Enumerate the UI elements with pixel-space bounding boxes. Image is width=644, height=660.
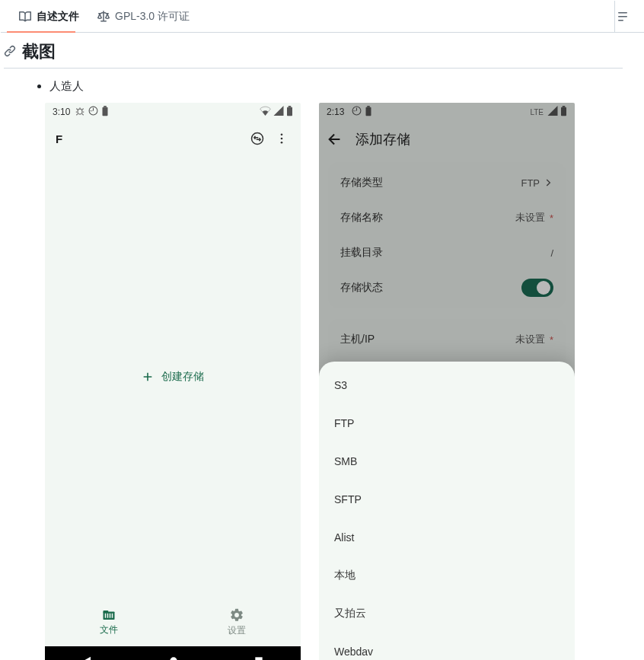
law-icon (97, 11, 110, 23)
app-logo: F (56, 132, 62, 145)
folder-icon (101, 608, 116, 622)
required-asterisk: * (550, 212, 553, 224)
bottom-nav: 文件 设置 (45, 598, 301, 646)
tab-readme[interactable]: 自述文件 (10, 1, 88, 32)
screenshot-phone-1: 3:10 F (45, 103, 301, 660)
sheet-option[interactable]: 本地 (319, 556, 575, 595)
recent-icon[interactable] (253, 655, 264, 660)
svg-rect-20 (368, 106, 371, 107)
svg-rect-22 (563, 106, 566, 107)
battery-icon (286, 106, 293, 119)
svg-rect-2 (103, 107, 108, 115)
screenshot-phone-2: 2:13 LTE 添加存储 (319, 103, 575, 660)
svg-rect-21 (561, 107, 566, 115)
sheet-option[interactable]: Webdav (319, 633, 575, 660)
page-title: 添加存储 (355, 130, 410, 148)
battery-icon (560, 106, 567, 119)
row-mount-dir[interactable]: 挂载目录 / (328, 235, 566, 270)
wifi-icon (260, 106, 271, 118)
bullet-item: 人造人 (49, 79, 623, 94)
svg-point-0 (78, 109, 82, 114)
home-icon[interactable] (167, 655, 180, 660)
svg-rect-14 (110, 613, 111, 617)
row-storage-type[interactable]: 存储类型 FTP (328, 165, 566, 200)
sheet-option[interactable]: FTP (319, 404, 575, 442)
chevron-right-icon (543, 177, 553, 188)
bottom-sheet: S3 FTP SMB SFTP Alist 本地 又拍云 Webdav Mirr… (319, 362, 575, 660)
tab-license[interactable]: GPL-3.0 许可证 (88, 1, 199, 32)
plus-icon (142, 371, 154, 383)
clock-icon (352, 106, 362, 118)
toggle-switch[interactable] (521, 279, 553, 297)
app-bar: F (45, 121, 301, 156)
svg-rect-12 (105, 613, 107, 617)
battery-icon (101, 106, 109, 119)
battery-icon (365, 106, 372, 119)
row-host[interactable]: 主机/IP 未设置* (328, 322, 566, 357)
book-icon (19, 11, 31, 23)
svg-point-7 (281, 133, 283, 136)
app-bar: 添加存储 (319, 121, 575, 158)
sheet-option[interactable]: S3 (319, 366, 575, 404)
back-icon[interactable] (81, 655, 94, 660)
sheet-option[interactable]: SFTP (319, 480, 575, 518)
sheet-option[interactable]: SMB (319, 442, 575, 480)
svg-rect-13 (107, 613, 109, 617)
sheet-option[interactable]: Alist (319, 518, 575, 556)
gear-icon (229, 607, 244, 623)
status-bar: 2:13 LTE (319, 103, 575, 121)
status-bar: 3:10 (45, 103, 301, 121)
svg-rect-4 (287, 107, 292, 115)
link-icon[interactable] (4, 45, 19, 59)
svg-rect-19 (366, 107, 371, 115)
svg-rect-17 (255, 657, 262, 660)
sync-icon[interactable] (249, 130, 266, 147)
more-icon[interactable] (273, 130, 290, 147)
create-storage-button[interactable]: 创建存储 (142, 370, 204, 384)
svg-point-9 (281, 142, 283, 144)
sheet-option[interactable]: 又拍云 (319, 595, 575, 633)
svg-point-6 (252, 133, 263, 145)
list-icon (617, 11, 629, 23)
svg-rect-15 (112, 613, 113, 617)
empty-body: 创建存储 (45, 156, 301, 598)
svg-rect-11 (104, 611, 109, 613)
debug-icon (75, 106, 85, 119)
android-nav-bar (45, 646, 301, 660)
network-label: LTE (530, 108, 544, 116)
readme-tab-bar: 自述文件 GPL-3.0 许可证 (1, 1, 644, 33)
signal-icon (547, 106, 558, 118)
heading-row: 截图 (4, 40, 623, 69)
clock-icon (88, 106, 98, 118)
row-storage-state[interactable]: 存储状态 (328, 270, 566, 305)
required-asterisk: * (550, 334, 553, 346)
svg-point-16 (170, 657, 177, 660)
row-storage-name[interactable]: 存储名称 未设置* (328, 200, 566, 235)
svg-point-8 (281, 138, 283, 140)
section-heading: 截图 (22, 40, 56, 63)
svg-rect-3 (104, 106, 107, 107)
svg-rect-5 (289, 106, 292, 107)
nav-files[interactable]: 文件 (45, 598, 173, 646)
signal-icon (273, 106, 284, 118)
bullet-list: 人造人 (22, 79, 623, 94)
back-arrow-icon[interactable] (327, 131, 343, 148)
nav-settings[interactable]: 设置 (173, 598, 301, 646)
